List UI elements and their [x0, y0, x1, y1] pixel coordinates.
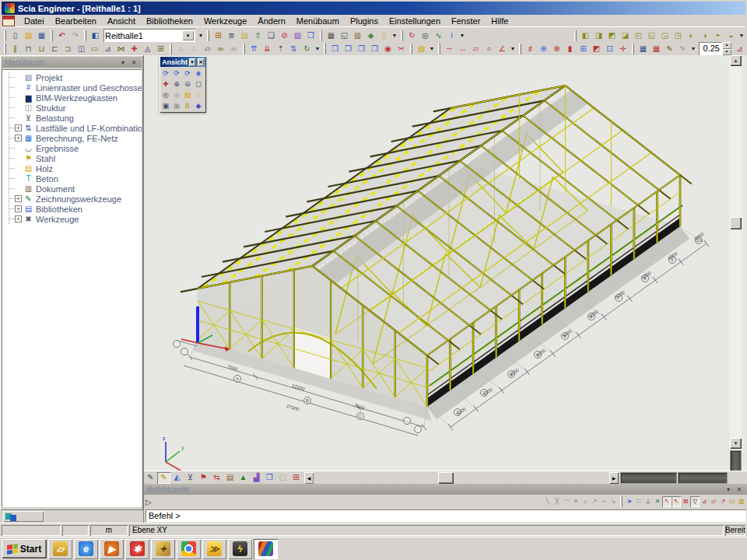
- view-axo-icon[interactable]: ◈: [193, 68, 204, 79]
- project-manager-icon[interactable]: ◧: [89, 30, 102, 42]
- view-preset-icon[interactable]: ◲: [658, 30, 672, 42]
- view-slider-horizontal[interactable]: [621, 473, 676, 483]
- dimension-tool-icon[interactable]: ↔: [456, 43, 469, 55]
- chrome-icon[interactable]: [177, 539, 201, 559]
- view-preset-icon[interactable]: ◪: [619, 30, 632, 42]
- hand-app-icon[interactable]: ✱: [125, 539, 149, 559]
- save-view-icon[interactable]: ▦: [637, 43, 650, 55]
- toolbar-grip[interactable]: [324, 44, 326, 54]
- view-preset-icon[interactable]: ◳: [672, 30, 685, 42]
- angle-tool-icon[interactable]: ∠: [496, 43, 509, 55]
- dimension-display-icon[interactable]: ⇆: [210, 472, 223, 484]
- toolbar-grip[interactable]: [320, 30, 322, 41]
- ortho-icon[interactable]: ⊥: [644, 496, 653, 507]
- cursor-snap-icon[interactable]: ➤: [625, 496, 634, 507]
- command-input[interactable]: Befehl >: [146, 509, 746, 522]
- volumes-icon[interactable]: ◭: [170, 472, 184, 484]
- chevron-down-icon[interactable]: ▼: [189, 58, 195, 66]
- mirror-icon[interactable]: ⇅: [287, 43, 300, 55]
- snap-dir-icon[interactable]: ↗: [590, 496, 599, 507]
- menu-datei[interactable]: Datei: [19, 16, 50, 26]
- pin-icon[interactable]: ▾: [118, 58, 128, 67]
- print-preview-icon[interactable]: ◱: [338, 30, 351, 42]
- labels-icon[interactable]: ⚑: [197, 472, 210, 484]
- zoom-selection-icon[interactable]: ◎: [160, 89, 171, 100]
- toolbar-dropdown-icon[interactable]: ▼: [509, 43, 517, 55]
- node-snap-icon[interactable]: ⊗: [550, 43, 563, 55]
- layers-icon[interactable]: ≣: [225, 30, 238, 42]
- document-icon[interactable]: ▯: [377, 30, 391, 42]
- spin-up-icon[interactable]: ▲: [722, 42, 731, 49]
- expand-icon[interactable]: +: [15, 195, 22, 202]
- menu-menuebaum[interactable]: Menübaum: [291, 16, 345, 26]
- redo-icon[interactable]: ↷: [68, 30, 82, 42]
- view-rotate-icon[interactable]: ⟳: [182, 68, 193, 79]
- toolbar-grip[interactable]: [207, 30, 209, 41]
- tree-item-berechnung[interactable]: + ▦ Berechnung, FE-Netz: [9, 133, 142, 143]
- toolbar-grip[interactable]: [4, 30, 6, 41]
- light-icon[interactable]: ☼: [193, 89, 204, 100]
- opening-tool-icon[interactable]: ▭: [88, 43, 101, 55]
- snap-x-icon[interactable]: ✕: [571, 496, 580, 507]
- line-tool-icon[interactable]: ─: [443, 43, 456, 55]
- toolbar-grip[interactable]: [410, 44, 412, 54]
- info-icon[interactable]: i: [445, 30, 458, 42]
- move-up-icon[interactable]: ⇈: [247, 43, 261, 55]
- toolbar-grip[interactable]: [84, 30, 86, 41]
- view-preset-icon[interactable]: ◱: [645, 30, 658, 42]
- column-tool-icon[interactable]: ∥: [9, 43, 22, 55]
- arbitrary-beam-icon[interactable]: ⋈: [114, 43, 128, 55]
- tree-item-linienraster[interactable]: + # Linienraster und Geschosse: [9, 82, 142, 93]
- toolbar-grip[interactable]: [620, 496, 622, 507]
- move-down-icon[interactable]: ⇊: [261, 43, 274, 55]
- toolbar-grip[interactable]: [51, 30, 53, 41]
- clipboard-icon[interactable]: ❏: [265, 30, 278, 42]
- scroll-right-icon[interactable]: ▶: [609, 472, 619, 484]
- annotate2-icon[interactable]: ✎: [676, 43, 689, 55]
- grid-display-icon[interactable]: ⊞: [289, 472, 303, 484]
- pin-icon[interactable]: ▾: [724, 485, 733, 494]
- toolbar-dropdown-icon[interactable]: ▼: [738, 30, 745, 42]
- winamp-icon[interactable]: ϟ: [228, 539, 252, 559]
- window-view-icon[interactable]: ❐: [342, 43, 355, 55]
- model-cube-icon[interactable]: ◈: [364, 30, 377, 42]
- snap-tri-icon[interactable]: ▵: [580, 496, 590, 507]
- toolbar-grip[interactable]: [632, 44, 634, 54]
- window-view-icon[interactable]: ❐: [355, 43, 368, 55]
- disabled-icon[interactable]: ▢: [276, 472, 289, 484]
- save-image-icon[interactable]: ▦: [650, 43, 663, 55]
- camera-icon[interactable]: ▣: [160, 100, 171, 111]
- ansicht-toolbar-header[interactable]: Ansicht ▼ ✕: [160, 57, 205, 67]
- perpendicular-snap-icon[interactable]: ▱: [709, 496, 718, 507]
- lasso-icon[interactable]: ◌: [174, 43, 188, 55]
- menu-hilfe[interactable]: Hilfe: [486, 16, 514, 26]
- toolbar-grip[interactable]: [574, 30, 577, 41]
- menu-bearbeiten[interactable]: Bearbeiten: [50, 16, 102, 26]
- window-view-icon[interactable]: ❐: [328, 43, 342, 55]
- cross-link-icon[interactable]: ✚: [128, 43, 141, 55]
- cut-icon[interactable]: ✂: [395, 43, 408, 55]
- circle-tool-icon[interactable]: ○: [482, 43, 496, 55]
- node-snap-icon[interactable]: ⊕: [537, 43, 550, 55]
- games-icon[interactable]: ✦: [151, 539, 175, 559]
- start-button[interactable]: Start: [2, 539, 47, 558]
- export-icon[interactable]: ⇧: [251, 30, 265, 42]
- toolbar-grip[interactable]: [438, 44, 440, 54]
- tree-item-ergebnisse[interactable]: + ◡ Ergebnisse: [9, 143, 142, 153]
- view-preset-icon[interactable]: ◓: [711, 30, 724, 42]
- node-snap-icon[interactable]: ✛: [616, 43, 630, 55]
- close-icon[interactable]: ✕: [735, 485, 744, 494]
- toolbar-grip[interactable]: [170, 44, 172, 54]
- preview-zoom-icon[interactable]: ◎: [419, 30, 432, 42]
- perspective-icon[interactable]: ◆: [193, 100, 204, 111]
- tree-item-beton[interactable]: + T Beton: [9, 173, 142, 184]
- node-snap-icon[interactable]: ⊞: [577, 43, 590, 55]
- ansicht-floating-toolbar[interactable]: Ansicht ▼ ✕ ⟳⟳⟳◈✚⊕⊖◻◎◎▨☼▣▣B◆: [160, 56, 206, 113]
- tree-item-lastfaelle[interactable]: + ⇅ Lastfälle und LF-Kombinationen: [9, 123, 142, 133]
- zoom-window-icon[interactable]: ◻: [193, 79, 204, 89]
- internet-explorer-icon[interactable]: e: [74, 539, 98, 559]
- snap-point-icon[interactable]: ✕: [653, 496, 662, 507]
- snap-line-icon[interactable]: ╲: [543, 496, 552, 507]
- node-snap-icon[interactable]: ▮: [563, 43, 577, 55]
- render-mode-icon[interactable]: ✎: [157, 472, 170, 484]
